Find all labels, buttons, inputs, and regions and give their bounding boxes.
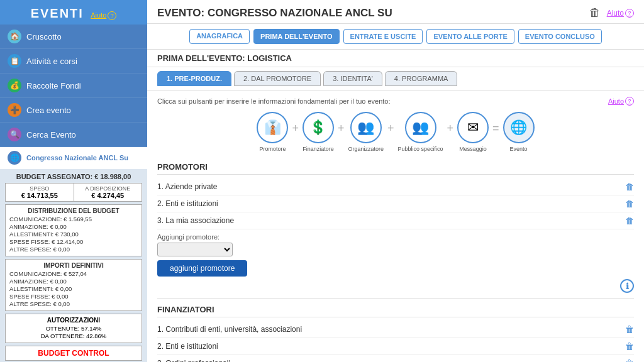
disposizione-label: A DISPOSIZIONE [77,185,140,192]
chain-evento[interactable]: 🌐 Evento [503,112,535,152]
subtab-promotore[interactable]: 2. DAL PROMOTORE [234,71,321,86]
chain-finanziatore-icon: 💲 [303,112,334,143]
chain-organizzatore-icon: 👥 [350,112,382,143]
help-text-row: Clicca sui pulsanti per inserire le info… [157,97,634,106]
crea-icon: ➕ [8,103,21,117]
promotore-row-1: 1. Aziende private 🗑 [157,178,634,195]
dashboard-icon: 🏠 [8,30,21,43]
chain-organizzatore[interactable]: 👥 Organizzatore [348,112,384,152]
sidebar-label-raccolte: Raccolte Fondi [26,81,81,90]
sidebar-item-cruscotto[interactable]: 🏠 Cruscotto [0,25,147,49]
promotore-select[interactable] [157,243,233,256]
chain-finanziatore-label: Finanziatore [303,146,334,152]
event-title: EVENTO: CONGRESSO NAZIONALE ANCL SU [157,7,392,19]
imp-altre-spese: ALTRE SPESE: € 0,00 [9,300,138,307]
chain-pubblico-icon: 👥 [405,112,436,143]
sidebar-label-cruscotto: Cruscotto [26,32,62,41]
plus-icon-3: + [387,122,394,135]
speso-value: € 14.713,55 [8,192,71,199]
importi-block: IMPORTI DEFINITIVI COMUNICAZIONE: € 527,… [5,259,142,311]
header-actions: 🗑 Aiuto ? [589,6,634,19]
aiuto-question-icon: ? [625,9,634,18]
delete-event-button[interactable]: 🗑 [589,6,601,19]
chain-evento-label: Evento [510,146,528,152]
sidebar-item-raccolte[interactable]: 💰 Raccolte Fondi [0,74,147,98]
imp-animazione: ANIMAZIONE: € 0,00 [9,278,138,285]
finanziatore-label-3: 3. Ordini professionali [157,359,230,362]
distribuzione-title: DISTRIBUZIONE DEL BUDGET [9,207,138,214]
sidebar-label-congresso: Congresso Nazionale ANCL Su [26,154,128,162]
budget-assegnato: BUDGET ASSEGNATO: € 18.988,00 [5,173,142,180]
promotori-title: PROMOTORI [157,162,634,175]
da-ottenere: DA OTTENERE: 42.86% [9,332,138,339]
sidebar-label-cerca: Cerca Evento [26,130,76,140]
sidebar-item-crea[interactable]: ➕ Crea evento [0,98,147,123]
delete-promotore-3[interactable]: 🗑 [625,216,634,226]
delete-promotore-1[interactable]: 🗑 [625,182,634,192]
question-icon: ? [108,11,116,20]
importi-title: IMPORTI DEFINITIVI [9,262,138,269]
finanziatori-title: FINANZIATORI [157,305,634,317]
sidebar-header: EVENTI Aiuto? [0,0,147,25]
activities-icon: 📋 [8,54,21,68]
promotore-label-2: 2. Enti e istituzioni [157,199,218,208]
budget-section: BUDGET ASSEGNATO: € 18.988,00 SPESO € 14… [0,169,147,362]
delete-finanziatore-2[interactable]: 🗑 [625,341,634,351]
distribuzione-block: DISTRIBUZIONE DEL BUDGET COMUNICAZIONE: … [5,204,142,256]
tab-anagrafica[interactable]: ANAGRAFICA [189,29,250,44]
subtab-programma[interactable]: 4. PROGRAMMA [385,71,458,86]
equals-icon: = [492,122,499,135]
dist-comunicazione: COMUNICAZIONE: € 1.569,55 [9,216,138,222]
tab-prima-evento[interactable]: PRIMA DELL'EVENTO [253,29,339,44]
tab-alle-porte[interactable]: EVENTO ALLE PORTE [426,29,514,44]
congresso-icon: 🌐 [8,151,21,165]
sidebar-item-cerca[interactable]: 🔍 Cerca Evento [0,123,147,147]
sub-tabs: 1. PRE-PRODUZ. 2. DAL PROMOTORE 3. IDENT… [147,67,644,90]
chain-messaggio-label: Messaggio [459,146,487,152]
sidebar-label-attivita: Attività e corsi [26,57,77,66]
delete-finanziatore-1[interactable]: 🗑 [625,324,634,334]
ottenute: OTTENUTE: 57.14% [9,325,138,332]
dist-animazione: ANIMAZIONE: € 0,00 [9,223,138,230]
delete-promotore-2[interactable]: 🗑 [625,199,634,209]
tab-concluso[interactable]: EVENTO CONCLUSO [518,29,602,44]
plus-icon-2: + [338,122,345,135]
chain-organizzatore-label: Organizzatore [348,146,384,152]
finanziatore-label-2: 2. Enti e istituzioni [157,342,218,351]
imp-allestimenti: ALLESTIMENTI: € 0,00 [9,285,138,292]
imp-comunicazione: COMUNICAZIONE: € 527,04 [9,270,138,277]
autorizzazioni-block: AUTORIZZAZIONI OTTENUTE: 57.14% DA OTTEN… [5,314,142,343]
finanziatore-label-1: 1. Contributi di enti, università, assoc… [157,325,302,334]
section-header: PRIMA DELL'EVENTO: LOGISTICA [147,50,644,67]
content-area: Clicca sui pulsanti per inserire le info… [147,90,644,362]
chain-promotore-icon: 👔 [257,112,288,143]
icon-chain: 👔 Promotore + 💲 Finanziatore + 👥 Organiz… [157,112,634,152]
sidebar-item-congresso[interactable]: 🌐 Congresso Nazionale ANCL Su [0,147,147,169]
sidebar-item-attivita[interactable]: 📋 Attività e corsi [0,49,147,74]
aggiungi-promotore-button[interactable]: aggiungi promotore [157,260,247,277]
chain-pubblico[interactable]: 👥 Pubblico specifico [398,112,443,152]
budget-control-button[interactable]: BUDGET CONTROL [5,346,142,361]
promotore-label-3: 3. La mia associazione [157,216,234,225]
subtab-pre-produz[interactable]: 1. PRE-PRODUZ. [157,71,231,86]
aggiungi-promotore-row [157,243,634,256]
tab-entrate[interactable]: ENTRATE E USCITE [343,29,423,44]
info-icon-row: ℹ [157,279,634,293]
delete-finanziatore-3[interactable]: 🗑 [625,358,634,362]
fondi-icon: 💰 [8,79,21,92]
autorizzazioni-title: AUTORIZZAZIONI [9,317,138,324]
finanziatore-row-2: 2. Enti e istituzioni 🗑 [157,338,634,355]
chain-finanziatore[interactable]: 💲 Finanziatore [303,112,334,152]
main-content: EVENTO: CONGRESSO NAZIONALE ANCL SU 🗑 Ai… [147,0,644,362]
aggiungi-promotore-btn-row: aggiungi promotore [157,256,634,277]
chain-promotore[interactable]: 👔 Promotore [257,112,288,152]
finanziatore-row-1: 1. Contributi di enti, università, assoc… [157,321,634,338]
main-aiuto-button[interactable]: Aiuto ? [607,9,634,18]
sidebar-aiuto-link[interactable]: Aiuto [91,11,106,19]
info-button[interactable]: ℹ [620,279,634,293]
subtab-identita[interactable]: 3. IDENTITA' [323,71,382,86]
chain-messaggio[interactable]: ✉ Messaggio [457,112,489,152]
speso-label: SPESO [8,185,71,192]
sidebar-nav: 🏠 Cruscotto 📋 Attività e corsi 💰 Raccolt… [0,25,147,169]
content-aiuto-button[interactable]: Aiuto ? [608,97,634,106]
